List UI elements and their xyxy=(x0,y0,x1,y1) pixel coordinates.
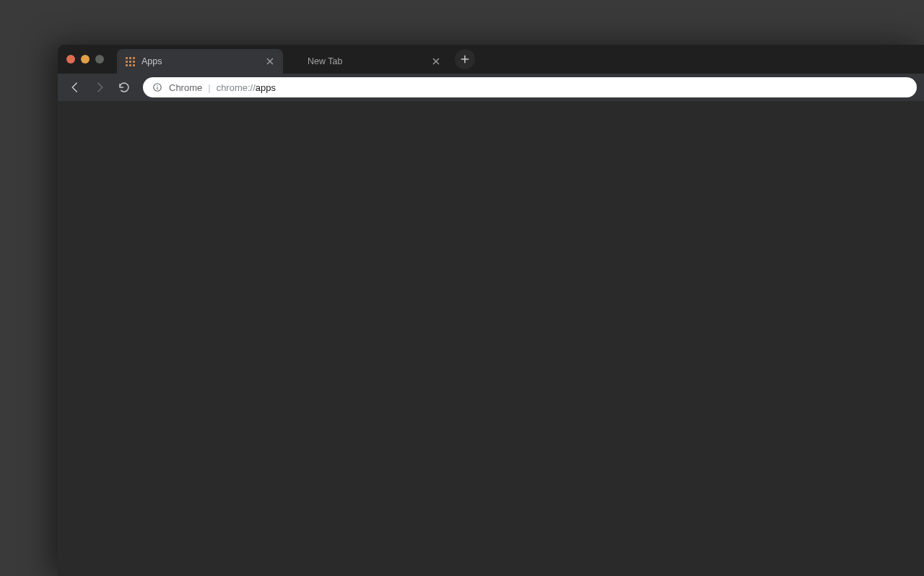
window-maximize-button[interactable] xyxy=(95,55,104,64)
apps-grid-icon xyxy=(124,56,136,67)
tab-apps[interactable]: Apps xyxy=(117,49,283,74)
tab-close-button[interactable] xyxy=(264,56,276,67)
tab-close-button[interactable] xyxy=(430,56,442,67)
svg-point-1 xyxy=(157,85,157,86)
window-close-button[interactable] xyxy=(66,55,75,64)
back-button[interactable] xyxy=(65,77,85,97)
tab-strip: Apps New Tab xyxy=(117,45,475,74)
origin-label: Chrome xyxy=(169,82,202,93)
url-path: apps xyxy=(256,82,276,93)
page-content xyxy=(58,101,924,576)
browser-window: Apps New Tab xyxy=(58,45,924,576)
url-scheme: chrome:// xyxy=(217,82,256,93)
tab-title: New Tab xyxy=(308,56,430,66)
tab-title: Apps xyxy=(141,56,264,66)
url-text: chrome://apps xyxy=(217,82,276,93)
toolbar: Chrome | chrome://apps xyxy=(58,74,924,101)
window-minimize-button[interactable] xyxy=(81,55,90,64)
window-controls xyxy=(66,55,104,64)
site-info-icon[interactable] xyxy=(152,82,163,93)
svg-rect-2 xyxy=(157,87,157,90)
forward-button[interactable] xyxy=(90,77,110,97)
reload-button[interactable] xyxy=(114,77,134,97)
new-tab-button[interactable] xyxy=(455,49,475,69)
titlebar: Apps New Tab xyxy=(58,45,924,74)
address-bar[interactable]: Chrome | chrome://apps xyxy=(143,77,917,97)
tab-new-tab[interactable]: New Tab xyxy=(283,49,449,74)
blank-favicon xyxy=(290,56,302,67)
origin-separator: | xyxy=(208,82,210,93)
